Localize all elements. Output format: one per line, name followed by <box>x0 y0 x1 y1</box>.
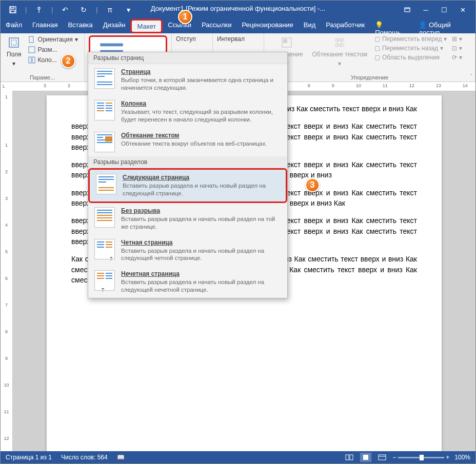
tab-review[interactable]: Рецензирование <box>236 19 298 33</box>
svg-rect-2 <box>11 10 15 13</box>
status-proofing-icon[interactable]: 📖 <box>117 454 125 461</box>
menu-item-odd-page[interactable]: 1 Нечетная страницаВставить разрыв разде… <box>88 266 287 298</box>
qat-more-button[interactable]: ▾ <box>121 3 135 17</box>
margins-button[interactable]: Поля▾ <box>5 35 24 68</box>
badge-2: 2 <box>61 54 75 68</box>
ribbon-tabs: Файл Главная Вставка Дизайн Макет Ссылки… <box>1 19 475 33</box>
svg-rect-12 <box>284 39 287 43</box>
size-button[interactable]: Разм... <box>28 46 78 54</box>
close-button[interactable]: ✕ <box>455 3 470 17</box>
svg-rect-10 <box>32 57 35 63</box>
undo-button[interactable]: ↶ <box>58 3 72 17</box>
status-words[interactable]: Число слов: 564 <box>61 454 108 461</box>
ribbon-options-button[interactable] <box>400 3 415 17</box>
zoom-out-button[interactable]: − <box>393 454 396 461</box>
redo-button[interactable]: ↻ <box>76 3 91 17</box>
titlebar: | | ↶ ↻ | π ▾ Документ1 [Режим ограничен… <box>1 1 475 19</box>
svg-rect-14 <box>346 455 349 460</box>
view-read-button[interactable] <box>344 453 355 462</box>
ruler-corner: L <box>3 84 5 89</box>
svg-rect-5 <box>9 38 18 47</box>
maximize-button[interactable]: ☐ <box>437 3 452 17</box>
menu-header-page-breaks: Разрывы страниц <box>88 52 287 64</box>
selection-pane-button[interactable]: ▢ Область выделения <box>374 54 447 61</box>
minimize-button[interactable]: ─ <box>418 3 433 17</box>
odd-page-icon: 1 <box>94 270 115 291</box>
menu-header-section-breaks: Разрывы разделов <box>88 156 287 168</box>
bring-forward-button[interactable]: ▢ Переместить вперед ▾ <box>374 35 447 43</box>
tab-insert[interactable]: Вставка <box>63 19 97 33</box>
svg-rect-8 <box>29 47 35 53</box>
tab-developer[interactable]: Разработчик <box>321 19 370 33</box>
align-button[interactable]: ⊞ ▾ <box>452 35 462 43</box>
svg-rect-15 <box>350 455 353 460</box>
column-break-icon <box>94 100 115 120</box>
tab-layout[interactable]: Макет <box>130 19 163 33</box>
tab-share[interactable]: 👤 Общий доступ <box>413 19 475 33</box>
vertical-ruler[interactable]: 11234567891011121314 <box>1 91 13 451</box>
zoom-slider[interactable]: − + <box>393 454 450 461</box>
tab-design[interactable]: Дизайн <box>98 19 131 33</box>
text-wrap-icon <box>94 132 115 152</box>
badge-3: 3 <box>305 178 320 192</box>
svg-rect-16 <box>363 455 368 460</box>
tab-help[interactable]: 💡Помощь <box>370 19 413 33</box>
continuous-icon <box>94 207 115 228</box>
menu-item-continuous[interactable]: Без разрываВставить разрыв раздела и нач… <box>88 203 287 235</box>
menu-item-even-page[interactable]: 2 Четная страницаВставить разрыв раздела… <box>88 235 287 267</box>
tab-file[interactable]: Файл <box>1 19 27 33</box>
spacing-label: Интервал <box>217 35 260 43</box>
svg-rect-9 <box>29 57 31 63</box>
rotate-button[interactable]: ⟳ ▾ <box>452 54 462 61</box>
tab-mailings[interactable]: Рассылки <box>196 19 236 33</box>
svg-rect-1 <box>11 7 14 9</box>
svg-rect-17 <box>379 455 386 460</box>
breaks-menu: Разрывы страниц СтраницаВыбор точки, в к… <box>88 52 288 298</box>
touch-mode-button[interactable] <box>32 3 46 17</box>
group-arrange-label: Упорядочение <box>268 72 471 80</box>
next-page-icon <box>96 174 116 194</box>
view-print-button[interactable] <box>360 453 371 462</box>
pi-button[interactable]: π <box>103 3 117 17</box>
group-button[interactable]: ⊡ ▾ <box>452 45 462 52</box>
status-page[interactable]: Страница 1 из 1 <box>6 454 52 461</box>
even-page-icon: 2 <box>94 239 115 259</box>
collapse-ribbon-button[interactable]: ˇ <box>470 73 472 79</box>
quick-access-toolbar: | | ↶ ↻ | π ▾ <box>1 3 141 17</box>
window-title: Документ1 [Режим ограниченной функционал… <box>151 5 325 12</box>
tab-view[interactable]: Вид <box>299 19 321 33</box>
svg-rect-4 <box>405 8 410 12</box>
badge-1: 1 <box>178 10 192 24</box>
svg-rect-6 <box>11 40 16 45</box>
status-bar: Страница 1 из 1 Число слов: 564 📖 − + 10… <box>1 451 475 463</box>
svg-point-3 <box>38 7 40 9</box>
view-web-button[interactable] <box>376 453 388 462</box>
send-backward-button[interactable]: ▢ Переместить назад ▾ <box>374 45 447 52</box>
tab-home[interactable]: Главная <box>27 19 63 33</box>
wrap-text-button[interactable]: Обтекание текстом▾ <box>310 35 369 68</box>
orientation-button[interactable]: Ориентация ▾ <box>28 35 78 44</box>
group-page-setup-label: Параме... <box>5 72 80 80</box>
zoom-in-button[interactable]: + <box>446 454 449 461</box>
save-button[interactable] <box>6 3 20 17</box>
menu-item-text-wrapping[interactable]: Обтекание текстомОбтекание текста вокруг… <box>88 128 287 156</box>
zoom-level[interactable]: 100% <box>454 454 470 461</box>
page-break-icon <box>94 68 115 89</box>
svg-rect-7 <box>29 36 33 43</box>
menu-item-next-page[interactable]: Следующая страницаВставить разрыв раздел… <box>88 168 287 203</box>
svg-rect-13 <box>338 41 342 45</box>
menu-item-column[interactable]: КолонкаУказывает, что текст, следующий з… <box>88 96 287 128</box>
indent-label: Отступ <box>176 35 208 43</box>
menu-item-page[interactable]: СтраницаВыбор точки, в которой заканчива… <box>88 64 287 96</box>
